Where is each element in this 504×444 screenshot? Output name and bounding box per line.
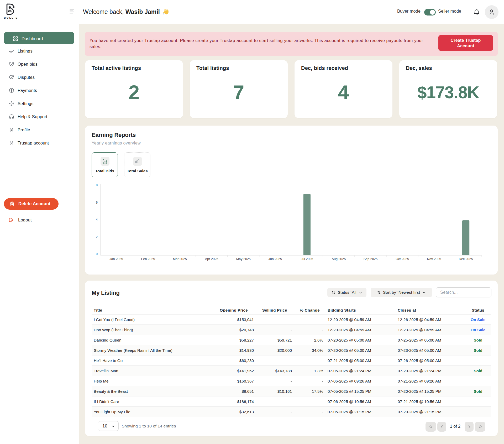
svg-text:Jun 2025: Jun 2025 bbox=[269, 257, 282, 261]
svg-text:May 2025: May 2025 bbox=[236, 257, 251, 261]
svg-text:Sep 2025: Sep 2025 bbox=[364, 257, 378, 261]
svg-text:Dec 2025: Dec 2025 bbox=[459, 257, 473, 261]
svg-text:2: 2 bbox=[96, 235, 98, 239]
svg-text:8: 8 bbox=[96, 183, 98, 187]
svg-text:Oct 2025: Oct 2025 bbox=[396, 257, 409, 261]
svg-text:Apr 2025: Apr 2025 bbox=[205, 257, 218, 261]
svg-text:Aug 2025: Aug 2025 bbox=[332, 257, 346, 261]
svg-text:Feb 2025: Feb 2025 bbox=[141, 257, 155, 261]
svg-text:Jul 2025: Jul 2025 bbox=[301, 257, 313, 261]
svg-text:Nov 2025: Nov 2025 bbox=[427, 257, 441, 261]
svg-text:0: 0 bbox=[96, 252, 98, 256]
svg-text:4: 4 bbox=[96, 218, 98, 221]
svg-text:6: 6 bbox=[96, 201, 98, 204]
svg-text:Jan 2025: Jan 2025 bbox=[109, 257, 123, 261]
svg-text:Mar 2025: Mar 2025 bbox=[173, 257, 187, 261]
